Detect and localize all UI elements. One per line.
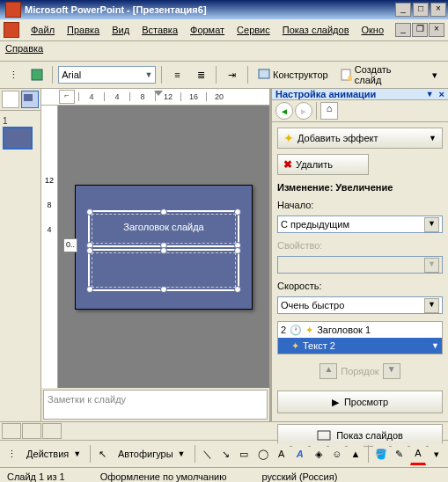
effect-list[interactable]: 2 🕐 ✦ Заголовок 1 ✦ Текст 2 ▼ [277,321,443,354]
font-color-icon[interactable]: A [410,442,426,465]
diagram-icon[interactable]: ◈ [311,443,327,464]
menu-file[interactable]: Файл [25,25,61,35]
arrow-icon[interactable]: ↘ [217,443,233,464]
indent-marker-icon[interactable] [154,91,163,96]
svg-rect-5 [318,431,330,440]
svg-rect-0 [32,69,42,80]
nav-back-icon[interactable]: ◄ [275,102,293,120]
doc-restore-button[interactable]: ❐ [412,23,428,37]
property-label: Свойство: [277,240,443,251]
slideshow-icon [317,430,331,441]
window-title: Microsoft PowerPoint - [Презентация6] [25,4,207,15]
font-combo[interactable]: Arial ▼ [58,66,156,84]
status-bar: Слайд 1 из 1 Оформление по умолчанию рус… [0,467,448,482]
task-pane-menu-icon[interactable]: ▼ [426,90,434,99]
slide-canvas[interactable]: 0.. Заголовок слайда [58,106,269,388]
move-up-icon[interactable]: ▲ [319,363,337,379]
numbering-icon[interactable]: ≣ [191,64,211,85]
task-pane-header: Настройка анимации ▼ × [272,89,448,100]
designer-button[interactable]: Конструктор [253,64,333,85]
menu-edit[interactable]: Правка [61,25,106,35]
content-placeholder[interactable] [92,252,236,288]
menu-help[interactable]: Справка [5,43,43,54]
title-placeholder[interactable]: Заголовок слайда [92,214,236,244]
svg-rect-1 [259,69,269,78]
textbox-icon[interactable]: A [274,443,290,464]
menu-bar: Файл Правка Вид Вставка Формат Сервис По… [0,19,448,41]
picture-icon[interactable]: ▲ [348,443,364,464]
doc-close-button[interactable]: × [429,23,444,37]
star-icon: ✦ [283,131,294,145]
formatting-toolbar: ⋮ Arial ▼ ≡ ≣ ⇥ Конструктор Создать слай… [0,62,448,89]
line-icon[interactable]: ＼ [199,443,215,464]
animation-task-pane: Настройка анимации ▼ × ◄ ► ⌂ ✦ Добавить … [269,89,448,421]
toolbar-overflow-icon[interactable]: ▾ [424,64,444,85]
notes-pane[interactable]: Заметки к слайду [43,390,268,420]
effect-item[interactable]: 2 🕐 ✦ Заголовок 1 [278,322,442,338]
home-icon[interactable]: ⌂ [320,102,338,120]
preview-button[interactable]: ▶ Просмотр [277,391,443,413]
menu-tools[interactable]: Сервис [231,25,276,35]
start-combo[interactable]: С предыдущим ▼ [277,215,443,233]
tab-selector-icon[interactable]: ⌐ [59,90,75,104]
slide[interactable]: 0.. Заголовок слайда [75,185,253,310]
menu-view[interactable]: Вид [106,25,136,35]
autoshapes-menu[interactable]: Автофигуры▼ [114,443,190,464]
nav-forward-icon[interactable]: ► [295,102,312,120]
add-effect-button[interactable]: ✦ Добавить эффект ▼ [277,128,443,149]
menu-slideshow[interactable]: Показ слайдов [276,25,356,35]
doc-minimize-button[interactable]: _ [395,23,411,37]
toolbar-handle-icon[interactable]: ⋮ [4,443,19,464]
toolbar-handle-icon[interactable]: ⋮ [4,64,24,85]
maximize-button[interactable]: □ [413,3,429,17]
app-menu-icon[interactable] [4,22,19,38]
select-icon[interactable]: ↖ [95,443,111,464]
normal-view-icon[interactable] [2,423,21,439]
menu-window[interactable]: Окно [356,25,391,35]
remove-effect-button[interactable]: ✖ Удалить [277,154,369,175]
bullets-icon[interactable]: ≡ [167,64,187,85]
new-slide-icon [341,69,352,81]
status-lang: русский (Россия) [261,471,337,482]
oval-icon[interactable]: ◯ [255,443,271,464]
slide-thumbnail[interactable] [3,127,33,150]
rectangle-icon[interactable]: ▭ [236,443,252,464]
effect-item-selected[interactable]: ✦ Текст 2 ▼ [278,338,442,354]
change-label: Изменение: Увеличение [277,182,443,193]
indent-icon[interactable]: ⇥ [222,64,242,85]
menu-help-row: Справка [0,41,448,62]
outline-thumb-panel: 1 [0,89,41,421]
status-design: Оформление по умолчанию [100,471,227,482]
vertical-ruler[interactable]: 12 8 4 [41,106,58,388]
speed-label: Скорость: [277,281,443,291]
menu-format[interactable]: Формат [184,25,231,35]
toolbar-overflow-icon[interactable]: ▾ [429,443,444,464]
sorter-view-icon[interactable] [22,423,41,439]
task-pane-close-icon[interactable]: × [439,89,444,99]
line-color-icon[interactable]: ✎ [392,443,408,464]
clipart-icon[interactable]: ☺ [329,443,345,464]
status-slide: Слайд 1 из 1 [7,471,65,482]
thumbnails-tab-icon[interactable] [21,91,39,108]
actions-menu[interactable]: Действия▼ [22,443,85,464]
minimize-button[interactable]: _ [395,3,411,17]
wordart-icon[interactable]: A [292,443,308,464]
thumb-number: 1 [3,116,8,126]
move-down-icon[interactable]: ▼ [383,363,400,379]
play-icon: ▶ [332,397,339,408]
fill-color-icon[interactable]: 🪣 [373,443,389,464]
slideshow-view-icon[interactable] [42,423,62,439]
new-slide-button[interactable]: Создать слайд [336,64,422,85]
save-icon[interactable] [27,64,48,85]
chevron-down-icon: ▼ [424,298,439,313]
horizontal-ruler[interactable]: ⌐ 4 4 8 12 16 20 [41,89,269,106]
menu-insert[interactable]: Вставка [136,25,184,35]
slide-editor: ⌐ 4 4 8 12 16 20 12 8 4 0.. [41,89,269,421]
speed-combo[interactable]: Очень быстро ▼ [277,296,443,314]
drawing-toolbar: ⋮ Действия▼ ↖ Автофигуры▼ ＼ ↘ ▭ ◯ A A ◈ … [0,440,448,467]
animation-tag[interactable]: 0.. [63,238,77,252]
svg-rect-4 [24,94,33,101]
chevron-down-icon[interactable]: ▼ [431,341,439,350]
close-button[interactable]: × [430,3,446,17]
outline-tab-icon[interactable] [2,91,19,108]
